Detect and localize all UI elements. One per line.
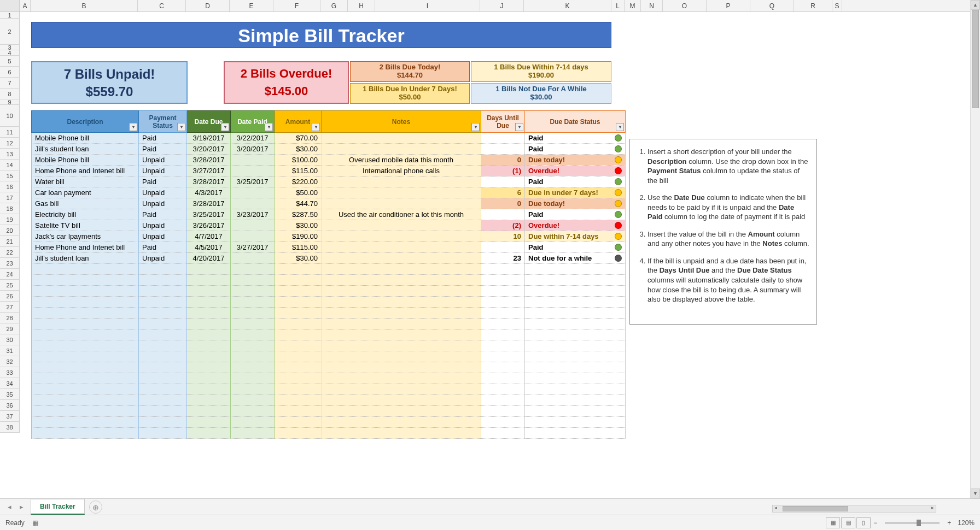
cell-description[interactable]: Water bill bbox=[32, 176, 139, 187]
table-row[interactable]: Electricity billPaid3/25/20173/23/2017$2… bbox=[32, 209, 626, 220]
cell-payment-status[interactable]: Unpaid bbox=[139, 187, 187, 198]
row-header-34[interactable]: 34 bbox=[0, 378, 20, 389]
horizontal-scrollbar[interactable]: ◂ ▸ bbox=[772, 505, 936, 513]
cell-amount[interactable]: $220.00 bbox=[275, 176, 322, 187]
cell-description[interactable]: Gas bill bbox=[32, 198, 139, 209]
cell-status[interactable]: Paid bbox=[525, 209, 626, 220]
cell-status[interactable]: Paid bbox=[525, 133, 626, 144]
column-header-G[interactable]: G bbox=[320, 0, 348, 11]
table-row-empty[interactable] bbox=[32, 340, 626, 351]
sheet-tab-bill-tracker[interactable]: Bill Tracker bbox=[31, 499, 85, 515]
table-row-empty[interactable] bbox=[32, 395, 626, 406]
row-header-5[interactable]: 5 bbox=[0, 56, 20, 67]
row-header-37[interactable]: 37 bbox=[0, 411, 20, 422]
cell-status[interactable]: Overdue! bbox=[525, 220, 626, 231]
row-header-23[interactable]: 23 bbox=[0, 258, 20, 269]
cell-date-paid[interactable]: 3/23/2017 bbox=[231, 209, 275, 220]
cell-date-paid[interactable] bbox=[231, 253, 275, 264]
cell-date-paid[interactable]: 3/25/2017 bbox=[231, 176, 275, 187]
table-row[interactable]: Jack's car lpaymentsUnpaid4/7/2017$190.0… bbox=[32, 231, 626, 242]
row-header-11[interactable]: 11 bbox=[0, 127, 20, 138]
zoom-in-button[interactable]: + bbox=[945, 519, 953, 527]
cell-date-paid[interactable] bbox=[231, 166, 275, 176]
table-row-empty[interactable] bbox=[32, 384, 626, 395]
row-header-2[interactable]: 2 bbox=[0, 19, 20, 45]
cell-status[interactable]: Not due for a while bbox=[525, 253, 626, 264]
column-header-F[interactable]: F bbox=[273, 0, 320, 11]
row-header-15[interactable]: 15 bbox=[0, 170, 20, 181]
cell-date-due[interactable]: 4/20/2017 bbox=[187, 253, 231, 264]
cell-payment-status[interactable]: Unpaid bbox=[139, 155, 187, 166]
cell-status[interactable]: Due today! bbox=[525, 198, 626, 209]
cell-payment-status[interactable]: Unpaid bbox=[139, 231, 187, 242]
table-row-empty[interactable] bbox=[32, 275, 626, 286]
row-header-35[interactable]: 35 bbox=[0, 389, 20, 400]
row-header-13[interactable]: 13 bbox=[0, 149, 20, 160]
cell-days-until-due[interactable]: 6 bbox=[481, 187, 525, 198]
tab-nav-buttons[interactable]: ◂▸ bbox=[0, 503, 31, 511]
cell-payment-status[interactable]: Paid bbox=[139, 144, 187, 155]
cell-date-due[interactable]: 3/20/2017 bbox=[187, 144, 231, 155]
cell-days-until-due[interactable]: 23 bbox=[481, 253, 525, 264]
cell-amount[interactable]: $30.00 bbox=[275, 220, 322, 231]
column-header-B[interactable]: B bbox=[31, 0, 138, 11]
view-page-break-button[interactable]: ▯ bbox=[856, 517, 871, 528]
cell-amount[interactable]: $30.00 bbox=[275, 144, 322, 155]
cell-amount[interactable]: $44.70 bbox=[275, 198, 322, 209]
column-header-J[interactable]: J bbox=[480, 0, 524, 11]
cell-amount[interactable]: $190.00 bbox=[275, 231, 322, 242]
column-header-S[interactable]: S bbox=[832, 0, 842, 11]
row-header-16[interactable]: 16 bbox=[0, 181, 20, 192]
cell-description[interactable]: Home Phone and Intenet bill bbox=[32, 242, 139, 253]
cell-days-until-due[interactable] bbox=[481, 176, 525, 187]
row-header-19[interactable]: 19 bbox=[0, 214, 20, 225]
cell-description[interactable]: Jack's car lpayments bbox=[32, 231, 139, 242]
table-row[interactable]: Jill's student loanUnpaid4/20/2017$30.00… bbox=[32, 253, 626, 264]
row-header-1[interactable]: 1 bbox=[0, 12, 20, 19]
macro-icon[interactable]: ▦ bbox=[32, 519, 38, 527]
cell-date-paid[interactable] bbox=[231, 198, 275, 209]
column-header-P[interactable]: P bbox=[707, 0, 750, 11]
column-header-H[interactable]: H bbox=[348, 0, 375, 11]
cell-notes[interactable] bbox=[322, 187, 481, 198]
row-header-27[interactable]: 27 bbox=[0, 302, 20, 313]
row-header-25[interactable]: 25 bbox=[0, 280, 20, 291]
row-header-33[interactable]: 33 bbox=[0, 367, 20, 378]
table-row[interactable]: Mobile Phone billPaid3/19/20173/22/2017$… bbox=[32, 133, 626, 144]
table-row-empty[interactable] bbox=[32, 286, 626, 297]
table-row-empty[interactable] bbox=[32, 406, 626, 417]
row-header-26[interactable]: 26 bbox=[0, 291, 20, 302]
add-sheet-button[interactable]: ⊕ bbox=[89, 500, 102, 514]
cell-amount[interactable]: $287.50 bbox=[275, 209, 322, 220]
cell-days-until-due[interactable] bbox=[481, 144, 525, 155]
table-row[interactable]: Home Phone and Intenet billUnpaid3/27/20… bbox=[32, 166, 626, 176]
table-row[interactable]: Home Phone and Intenet billPaid4/5/20173… bbox=[32, 242, 626, 253]
table-row[interactable]: Car loan paymentUnpaid4/3/2017$50.006Due… bbox=[32, 187, 626, 198]
cell-payment-status[interactable]: Unpaid bbox=[139, 220, 187, 231]
cell-date-due[interactable]: 3/26/2017 bbox=[187, 220, 231, 231]
cell-description[interactable]: Jill's student loan bbox=[32, 144, 139, 155]
cell-payment-status[interactable]: Paid bbox=[139, 209, 187, 220]
cell-payment-status[interactable]: Paid bbox=[139, 242, 187, 253]
table-row[interactable]: Water billPaid3/28/20173/25/2017$220.00P… bbox=[32, 176, 626, 187]
cell-status[interactable]: Paid bbox=[525, 176, 626, 187]
cell-notes[interactable] bbox=[322, 133, 481, 144]
cell-date-paid[interactable] bbox=[231, 220, 275, 231]
cell-date-due[interactable]: 3/25/2017 bbox=[187, 209, 231, 220]
cell-amount[interactable]: $50.00 bbox=[275, 187, 322, 198]
row-header-7[interactable]: 7 bbox=[0, 78, 20, 89]
table-row-empty[interactable] bbox=[32, 373, 626, 384]
cell-days-until-due[interactable]: (1) bbox=[481, 166, 525, 176]
view-normal-button[interactable]: ▦ bbox=[826, 517, 840, 528]
cell-days-until-due[interactable]: 0 bbox=[481, 155, 525, 166]
row-header-28[interactable]: 28 bbox=[0, 313, 20, 323]
cell-payment-status[interactable]: Paid bbox=[139, 176, 187, 187]
column-header-E[interactable]: E bbox=[230, 0, 273, 11]
cell-date-due[interactable]: 3/28/2017 bbox=[187, 198, 231, 209]
cell-description[interactable]: Car loan payment bbox=[32, 187, 139, 198]
cell-amount[interactable]: $115.00 bbox=[275, 242, 322, 253]
zoom-slider[interactable] bbox=[885, 522, 940, 524]
scroll-thumb[interactable] bbox=[972, 10, 979, 108]
row-header-32[interactable]: 32 bbox=[0, 356, 20, 367]
table-row-empty[interactable] bbox=[32, 362, 626, 373]
